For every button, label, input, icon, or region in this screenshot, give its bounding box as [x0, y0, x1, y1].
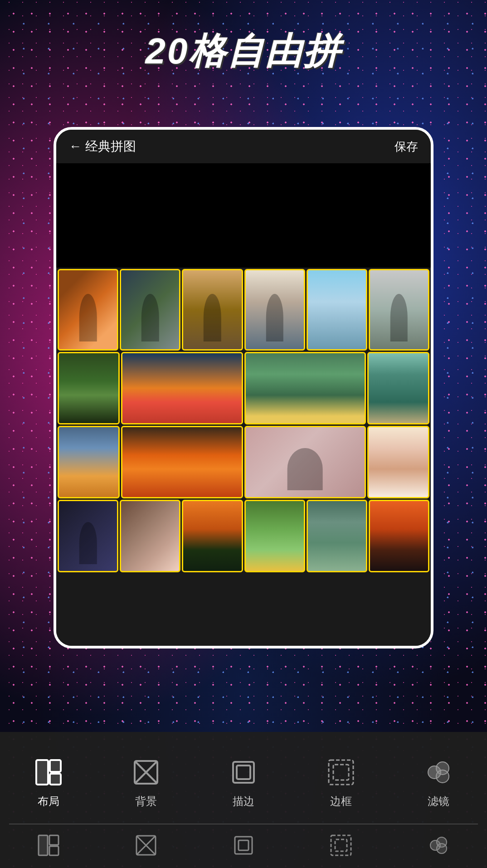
svg-rect-14 [49, 835, 58, 845]
svg-rect-21 [331, 835, 351, 855]
photo-cell-14[interactable] [367, 426, 429, 498]
background-icon [130, 756, 162, 789]
photo-cell-10[interactable] [367, 352, 429, 424]
photo-grid [56, 268, 431, 646]
toolbar-stroke[interactable]: 描边 [216, 756, 271, 809]
border-label: 边框 [330, 794, 352, 809]
photo-cell-15[interactable] [58, 500, 118, 572]
back-arrow-icon: ← [69, 139, 82, 154]
secondary-filter-icon[interactable] [425, 832, 452, 859]
grid-row-2 [58, 352, 429, 424]
layout-label: 布局 [38, 794, 59, 809]
photo-cell-11[interactable] [58, 426, 120, 498]
photo-cell-5[interactable] [307, 269, 367, 351]
back-button[interactable]: ← 经典拼图 [69, 138, 136, 155]
photo-cell-9[interactable] [244, 352, 366, 424]
secondary-stroke-icon[interactable] [230, 832, 257, 859]
stroke-icon [227, 756, 260, 789]
grid-row-1 [58, 269, 429, 351]
bottom-toolbar: 布局 背景 描边 [0, 732, 487, 868]
photo-cell-1[interactable] [58, 269, 118, 351]
svg-rect-8 [329, 760, 353, 785]
layout-icon [32, 756, 65, 789]
page-title: 20格自由拼 [0, 27, 487, 76]
photo-cell-20[interactable] [369, 500, 429, 572]
svg-rect-2 [50, 774, 61, 785]
secondary-border-icon[interactable] [327, 832, 355, 859]
phone-frame: ← 经典拼图 保存 [54, 127, 433, 649]
toolbar-filter[interactable]: 滤镜 [411, 756, 466, 809]
stroke-label: 描边 [233, 794, 254, 809]
svg-rect-7 [237, 766, 250, 779]
svg-rect-15 [49, 846, 58, 855]
photo-cell-8[interactable] [121, 352, 243, 424]
phone-header: ← 经典拼图 保存 [56, 130, 431, 163]
photo-cell-12[interactable] [121, 426, 243, 498]
svg-rect-19 [235, 837, 252, 854]
grid-row-3 [58, 426, 429, 498]
grid-row-4 [58, 500, 429, 572]
toolbar-main: 布局 背景 描边 [0, 732, 487, 824]
header-title: 经典拼图 [85, 138, 136, 155]
svg-rect-22 [335, 839, 347, 851]
photo-cell-4[interactable] [244, 269, 305, 351]
svg-point-25 [437, 844, 447, 853]
svg-rect-20 [239, 840, 248, 850]
grid-container [56, 268, 431, 574]
secondary-background-icon[interactable] [132, 832, 160, 859]
svg-point-12 [436, 770, 449, 783]
border-icon [325, 756, 357, 789]
save-button[interactable]: 保存 [394, 139, 418, 155]
secondary-layout-icon[interactable] [35, 832, 62, 859]
photo-cell-6[interactable] [369, 269, 429, 351]
svg-rect-1 [50, 760, 61, 772]
photo-cell-17[interactable] [182, 500, 243, 572]
photo-cell-3[interactable] [182, 269, 243, 351]
photo-cell-19[interactable] [307, 500, 367, 572]
background-label: 背景 [135, 794, 157, 809]
svg-rect-0 [36, 760, 48, 785]
photo-cell-18[interactable] [244, 500, 305, 572]
filter-label: 滤镜 [428, 794, 449, 809]
toolbar-border[interactable]: 边框 [314, 756, 368, 809]
toolbar-background[interactable]: 背景 [119, 756, 173, 809]
preview-canvas [56, 163, 431, 268]
photo-cell-7[interactable] [58, 352, 120, 424]
svg-rect-9 [333, 765, 349, 780]
photo-cell-2[interactable] [120, 269, 180, 351]
photo-cell-13[interactable] [244, 426, 366, 498]
toolbar-layout[interactable]: 布局 [21, 756, 76, 809]
svg-rect-13 [39, 835, 48, 855]
photo-cell-16[interactable] [120, 500, 180, 572]
toolbar-secondary [0, 824, 487, 868]
filter-icon [422, 756, 455, 789]
